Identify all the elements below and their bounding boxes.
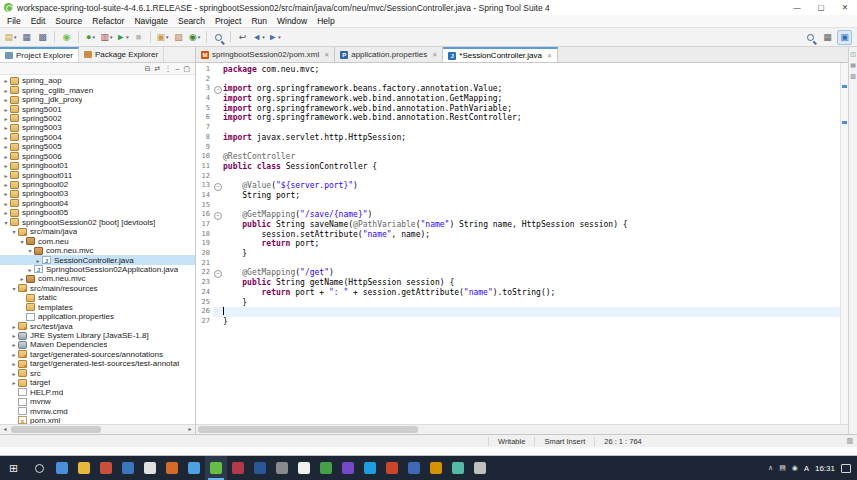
collapse-arrow-icon[interactable]: ▾ [18,238,26,245]
code-line[interactable]: 11public class SessionController { [196,162,840,172]
quick-access-search-button[interactable] [803,30,818,45]
fold-collapse-icon[interactable] [213,181,223,191]
hidden-icons-chevron[interactable]: ∧ [768,464,773,472]
tree-item-maven-dependencies[interactable]: ▸Maven Dependencies [0,340,195,349]
taskbar-app-icon-17[interactable] [403,456,425,480]
taskbar-app-icon-12[interactable] [293,456,315,480]
taskbar-clock[interactable]: 16:31 [815,464,835,473]
taskbar-app-icon-11[interactable] [271,456,293,480]
last-edit-location-button[interactable]: ↩ [235,30,250,45]
expand-arrow-icon[interactable]: ▸ [2,115,10,122]
tree-item-spring5004[interactable]: ▸spring5004 [0,133,195,142]
search-button[interactable] [211,30,226,45]
expand-arrow-icon[interactable]: ▸ [2,143,10,150]
code-area[interactable]: 1package com.neu.mvc;23import org.spring… [196,63,840,424]
tree-item-springboot03[interactable]: ▸springboot03 [0,189,195,198]
tree-item-help-md[interactable]: HELP.md [0,387,195,396]
tree-item-spring-cglib-maven[interactable]: ▸spring_cglib_maven [0,85,195,94]
new-package-button[interactable]: ▨ [171,30,186,45]
taskbar-app-icon-16[interactable] [381,456,403,480]
tree-item-target-generated-test-sources-test-annotat[interactable]: ▸target/generated-test-sources/test-anno… [0,359,195,368]
taskbar-app-icon-1[interactable] [51,456,73,480]
taskbar-app-icon-9[interactable] [227,456,249,480]
tree-item-com-neu-mvc[interactable]: ▸com.neu.mvc [0,274,195,283]
dropdown-arrow-icon[interactable]: ▾ [14,34,17,40]
dropdown-arrow-icon[interactable]: ▾ [198,34,201,40]
tree-item-target[interactable]: ▸target [0,378,195,387]
code-line[interactable]: 16 @GetMapping("/save/{name}") [196,210,840,220]
expand-arrow-icon[interactable]: ▸ [2,172,10,179]
save-button[interactable]: ▦ [19,30,34,45]
tree-item-static[interactable]: static [0,293,195,302]
expand-arrow-icon[interactable]: ▸ [2,190,10,197]
action-center-icon[interactable] [841,464,851,473]
taskbar-app-icon-6[interactable] [161,456,183,480]
code-line[interactable]: 18 session.setAttribute("name", name); [196,230,840,240]
code-line[interactable]: 22 @GetMapping("/get") [196,268,840,278]
stop-button[interactable]: ■ [131,30,146,45]
menu-edit[interactable]: Edit [26,16,51,26]
editor-tab-sessioncontroller-java[interactable]: J*SessionController.java✕ [443,47,558,62]
overview-ruler[interactable] [840,63,848,424]
scroll-right-icon[interactable]: ▸ [185,425,195,434]
new-class-button[interactable]: ◉▾ [187,30,202,45]
expand-arrow-icon[interactable]: ▸ [10,351,18,358]
expand-arrow-icon[interactable]: ▸ [10,341,18,348]
code-line[interactable]: 1package com.neu.mvc; [196,65,840,75]
explorer-hscroll-thumb[interactable] [11,426,101,433]
tree-item-springboot04[interactable]: ▸springboot04 [0,199,195,208]
editor-tab-springbootsession02-pom-xml[interactable]: MspringbootSession02/pom.xml✕ [196,47,335,62]
fold-collapse-icon[interactable] [213,84,223,94]
taskbar-app-icon-4[interactable] [117,456,139,480]
tree-item-application-properties[interactable]: application.properties [0,312,195,321]
dropdown-arrow-icon[interactable]: ▾ [110,34,113,40]
code-line[interactable]: 19 return port; [196,239,840,249]
tree-item-spring5002[interactable]: ▸spring5002 [0,114,195,123]
tree-item-spring5003[interactable]: ▸spring5003 [0,123,195,132]
back-button[interactable]: ◄▾ [251,30,266,45]
maximize-view-icon[interactable]: ▢ [183,65,190,73]
tree-item-src-test-java[interactable]: ▸src/test/java [0,321,195,330]
expand-arrow-icon[interactable]: ▸ [10,332,18,339]
expand-arrow-icon[interactable]: ▸ [2,106,10,113]
code-line[interactable]: 5import org.springframework.web.bind.ann… [196,104,840,114]
tree-item-spring-aop[interactable]: ▸spring_aop [0,76,195,85]
code-line[interactable]: 6import org.springframework.web.bind.ann… [196,113,840,123]
view-menu-icon[interactable]: ⋮ [164,65,171,73]
menu-search[interactable]: Search [173,16,210,26]
tree-item-src[interactable]: ▸src [0,369,195,378]
system-tray-icon-1[interactable]: ▤ [779,464,786,472]
code-line[interactable]: 25 } [196,298,840,308]
dropdown-arrow-icon[interactable]: ▾ [278,34,281,40]
tree-item-templates[interactable]: templates [0,303,195,312]
code-line[interactable]: 10@RestController [196,152,840,162]
fold-collapse-icon[interactable] [213,268,223,278]
expand-arrow-icon[interactable]: ▸ [2,124,10,131]
taskbar-app-icon-7[interactable] [183,456,205,480]
tree-item-spring5001[interactable]: ▸spring5001 [0,104,195,113]
link-with-editor-icon[interactable]: ⇄ [155,65,161,73]
taskbar-search-button[interactable] [27,456,51,480]
expand-arrow-icon[interactable]: ▸ [2,200,10,207]
tab-package-explorer[interactable]: Package Explorer [79,47,164,62]
tree-item-springboot05[interactable]: ▸springboot05 [0,208,195,217]
tree-item-springbootsession02application-java[interactable]: ▸JSpringbootSession02Application.java [0,265,195,274]
code-line[interactable]: 14 String port; [196,191,840,201]
expand-arrow-icon[interactable]: ▸ [2,77,10,84]
menu-project[interactable]: Project [210,16,246,26]
outline-view-icon[interactable]: ▤ [850,61,856,68]
tree-item-target-generated-sources-annotations[interactable]: ▸target/generated-sources/annotations [0,350,195,359]
new-wizard-button[interactable]: ▤▾ [3,30,18,45]
dropdown-arrow-icon[interactable]: ▾ [166,34,169,40]
run-button[interactable]: ►▾ [115,30,130,45]
tree-item-spring5005[interactable]: ▸spring5005 [0,142,195,151]
expand-arrow-icon[interactable]: ▸ [2,209,10,216]
expand-arrow-icon[interactable]: ▸ [2,153,10,160]
expand-arrow-icon[interactable]: ▸ [10,360,18,367]
tab-project-explorer[interactable]: Project Explorer [0,47,79,62]
tree-item-com-neu-mvc[interactable]: ▾com.neu.mvc [0,246,195,255]
boot-dashboard-button[interactable]: ◉ [59,30,74,45]
close-tab-icon[interactable]: ✕ [547,52,552,59]
tree-item-springboot01[interactable]: ▸springboot01 [0,161,195,170]
taskbar-app-icon-20[interactable] [469,456,491,480]
